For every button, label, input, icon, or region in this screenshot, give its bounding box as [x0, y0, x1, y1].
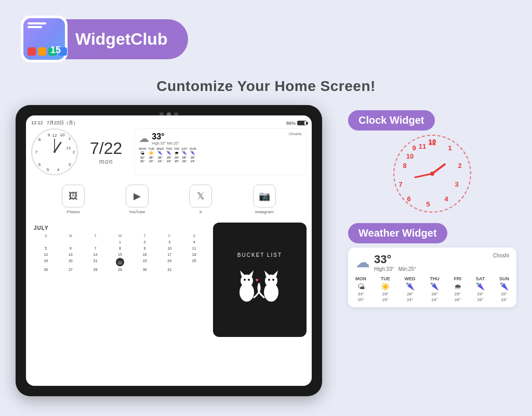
svg-text:6: 6 — [38, 162, 41, 167]
screen-content: 12:12 7月22日（月） 86% — [26, 115, 312, 386]
svg-text:4: 4 — [57, 167, 60, 172]
cal-header: M — [59, 233, 83, 239]
app-icon-item[interactable]: ▶ YouTube — [126, 185, 149, 214]
cal-cell: 25 — [182, 258, 206, 266]
weather-low: Min:25° — [167, 141, 179, 145]
app-icon-label: Photos — [67, 210, 80, 214]
weather-large-sub: High:33° Min:25° — [374, 266, 416, 272]
app-icon-item[interactable]: 🖼 Photos — [62, 185, 85, 214]
app-icon-box: 𝕏 — [189, 185, 212, 207]
app-icon-symbol: 🖼 — [69, 191, 78, 202]
large-day-low: 24° — [407, 297, 413, 302]
cal-cell: 5 — [34, 245, 58, 251]
svg-text:9: 9 — [48, 133, 50, 137]
bucket-cats-icon: ♥ — [229, 262, 291, 308]
day-icon: 🌤 — [140, 151, 144, 155]
weather-large-day-col: MON 🌤 33° 25° — [355, 276, 366, 302]
clock-section: Clock Widget 12 1 2 3 4 5 6 7 8 9 10 — [348, 110, 516, 213]
day-name: SAT — [181, 147, 188, 150]
day-icon: ☀️ — [149, 151, 154, 155]
svg-point-22 — [265, 275, 277, 287]
weather-location-small: ChosHu — [289, 132, 302, 147]
svg-text:8: 8 — [38, 137, 41, 142]
cal-cell: 21 — [83, 258, 108, 266]
day-name: THU — [166, 147, 172, 150]
svg-point-14 — [54, 151, 56, 153]
svg-point-16 — [241, 275, 253, 287]
app-icon-symbol: 📷 — [259, 190, 270, 202]
clock-face-svg: 12 1 2 3 4 5 6 7 8 9 10 — [32, 129, 77, 174]
weather-day-col: MON 🌤 33° 25° — [139, 147, 146, 163]
svg-marker-24 — [273, 270, 278, 277]
day-high: 29° — [175, 156, 179, 159]
clock-widget-small: 12 1 2 3 4 5 6 7 8 9 10 — [31, 128, 78, 175]
app-icon-item[interactable]: 𝕏 X — [189, 185, 212, 214]
day-low: 24° — [149, 160, 154, 163]
bucket-title: Bucket List — [237, 252, 282, 258]
weather-large-temp: 33° — [374, 253, 416, 266]
large-day-high: 29° — [382, 292, 389, 296]
cal-cell: 12 — [34, 252, 58, 257]
app-icon-item[interactable]: 📷 Instagram — [253, 185, 276, 214]
date-day: mon — [99, 158, 113, 165]
weather-widget-label: Weather Widget — [358, 227, 437, 239]
cal-cell: 1 — [108, 239, 132, 245]
bottom-section: JULY SMTWTFS1234567891011121314151617181… — [31, 223, 307, 337]
app-icon-symbol: 𝕏 — [197, 190, 205, 202]
large-day-high: 33° — [357, 292, 364, 296]
app-icons-row: 🖼 Photos ▶ YouTube 𝕏 X 📷 Instagram — [31, 179, 307, 219]
cal-cell: 17 — [157, 252, 182, 257]
app-icon-box: 📷 — [253, 185, 276, 207]
large-day-high: 28° — [407, 292, 413, 296]
cal-cell: 16 — [132, 252, 157, 257]
svg-marker-17 — [240, 270, 245, 277]
cal-cell — [83, 239, 108, 245]
weather-section: Weather Widget ☁ 33° High:33° Min:25° — [348, 223, 516, 307]
svg-point-26 — [272, 279, 274, 281]
weather-day-col: THU 🌂 28° 24° — [166, 147, 172, 163]
large-day-icon: 🌂 — [476, 282, 485, 291]
app-icon-label: X — [200, 210, 202, 214]
weather-main: ☁ 33° High:33° Min:25° — [139, 132, 179, 145]
battery-percent: 86% — [286, 121, 296, 126]
svg-point-19 — [244, 279, 246, 281]
cal-cell — [59, 239, 83, 245]
tagline: Cuntomize Your Home Screen! — [0, 78, 532, 95]
day-high: 26° — [191, 156, 195, 159]
cal-cell: 13 — [59, 252, 83, 257]
large-day-icon: 🌧 — [454, 282, 461, 291]
main-content: 12:12 7月22日（月） 86% — [0, 105, 532, 407]
cal-cell: 24 — [157, 258, 182, 266]
large-day-name: FRI — [454, 276, 462, 281]
day-high: 28° — [158, 156, 163, 159]
svg-text:10: 10 — [60, 133, 65, 137]
clock-face-large: 12 1 2 3 4 5 6 7 8 9 10 10 — [393, 135, 471, 213]
day-name: WED — [156, 147, 164, 150]
large-day-low: 26° — [477, 297, 483, 302]
large-day-icon: 🌤 — [357, 282, 365, 291]
weather-large-day-col: THU 🌂 28° 24° — [430, 276, 440, 302]
cal-header: S — [34, 233, 58, 239]
logo-box: 15 — [21, 16, 68, 62]
date-widget: 7/22 mon — [82, 128, 130, 175]
large-day-low: 25° — [382, 297, 389, 302]
bucket-widget: Bucket List — [213, 223, 307, 337]
battery-icon — [297, 121, 307, 125]
cal-cell: 10 — [157, 245, 182, 251]
tablet-screen: 12:12 7月22日（月） 86% — [26, 115, 312, 386]
cal-cell: 30 — [132, 267, 157, 272]
weather-large-top: ☁ 33° High:33° Min:25° Choshi — [355, 253, 509, 272]
weather-large-days: MON 🌤 33° 25° TUE ☀️ 29° 25° WED 🌂 28° 2… — [355, 276, 509, 302]
logo-line-1 — [28, 22, 46, 24]
clock-widget-label-pill: Clock Widget — [348, 110, 435, 131]
large-day-low: 24° — [501, 297, 507, 302]
large-day-name: WED — [405, 276, 416, 281]
cal-cell: 27 — [59, 267, 83, 272]
weather-day-col: WED 🌂 28° 24° — [156, 147, 164, 163]
weather-large-min: Min:25° — [398, 266, 416, 272]
weather-day-col: FRI 🌧 29° 25° — [175, 147, 180, 163]
svg-text:3: 3 — [69, 162, 71, 167]
day-low: 25° — [175, 160, 179, 163]
cal-header: W — [108, 233, 132, 239]
cal-header: F — [157, 233, 182, 239]
